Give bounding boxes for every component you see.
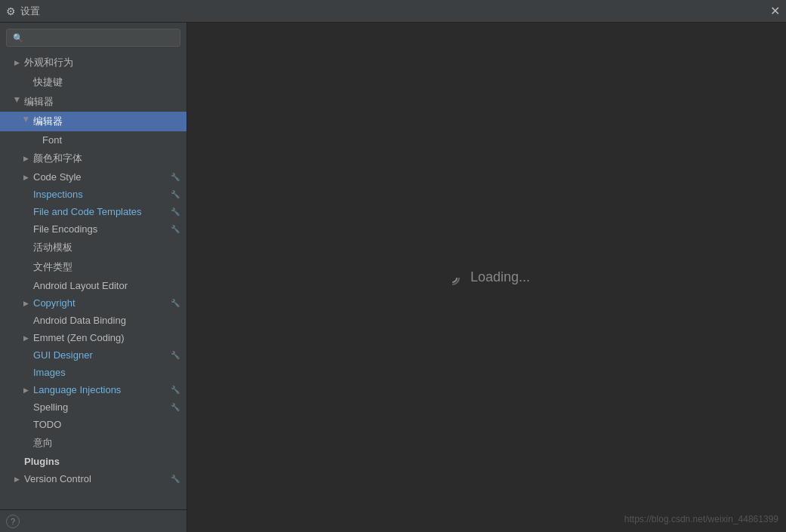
arrow-icon: ▶: [12, 97, 21, 106]
settings-icon: 🔧: [170, 207, 180, 217]
arrow-icon: ▶: [21, 173, 30, 182]
loading-spinner: [443, 269, 461, 287]
settings-icon: 🔧: [170, 189, 180, 200]
sidebar-item-label: Copyright: [33, 297, 170, 309]
title-bar: ⚙ 设置 ✕: [0, 0, 786, 23]
settings-icon: 🔧: [170, 385, 180, 395]
sidebar-item-label: 文件类型: [33, 260, 180, 274]
sidebar: 🔍 ▶ 外观和行为 ▶ 快捷键 ▶ 编辑器 ▶ 编辑器: [0, 23, 187, 532]
loading-text: Loading...: [470, 269, 530, 285]
sidebar-item-file-types[interactable]: ▶ 文件类型: [0, 257, 186, 277]
sidebar-item-images[interactable]: ▶ Images: [0, 364, 186, 381]
sidebar-item-label: 编辑器: [33, 115, 180, 128]
sidebar-item-language-injections[interactable]: ▶ Language Injections 🔧: [0, 381, 186, 398]
sidebar-item-label: Android Data Binding: [33, 315, 180, 326]
spinner-svg: [443, 269, 461, 287]
svg-point-1: [448, 273, 457, 282]
sidebar-item-label: 外观和行为: [24, 56, 180, 69]
sidebar-item-editor-group[interactable]: ▶ 编辑器: [0, 92, 186, 112]
sidebar-item-color-font[interactable]: ▶ 颜色和字体: [0, 149, 186, 168]
sidebar-item-emmet[interactable]: ▶ Emmet (Zen Coding): [0, 329, 186, 346]
sidebar-item-label: GUI Designer: [33, 349, 170, 361]
app-icon: ⚙: [6, 5, 16, 17]
sidebar-item-label: Code Style: [33, 171, 170, 183]
settings-icon: 🔧: [170, 474, 180, 484]
sidebar-item-label: Images: [33, 367, 180, 378]
title-bar-left: ⚙ 设置: [6, 5, 40, 18]
settings-icon: 🔧: [170, 298, 180, 309]
sidebar-item-gui-designer[interactable]: ▶ GUI Designer 🔧: [0, 346, 186, 364]
sidebar-item-label: Version Control: [24, 473, 170, 484]
search-icon: 🔍: [13, 33, 23, 43]
sidebar-item-copyright[interactable]: ▶ Copyright 🔧: [0, 294, 186, 312]
sidebar-item-label: Language Injections: [33, 384, 170, 395]
sidebar-item-appearance[interactable]: ▶ 外观和行为: [0, 53, 186, 72]
loading-container: Loading...: [443, 269, 530, 287]
sidebar-item-inspections[interactable]: ▶ Inspections 🔧: [0, 186, 186, 203]
sidebar-item-spelling[interactable]: ▶ Spelling 🔧: [0, 398, 186, 416]
sidebar-item-label: Emmet (Zen Coding): [33, 332, 180, 343]
sidebar-item-label: Spelling: [33, 401, 170, 413]
sidebar-item-label: Inspections: [33, 189, 170, 200]
sidebar-item-label: Android Layout Editor: [33, 280, 180, 291]
sidebar-item-version-control[interactable]: ▶ Version Control 🔧: [0, 470, 186, 487]
window-title: 设置: [20, 5, 40, 18]
settings-icon: 🔧: [170, 224, 180, 235]
sidebar-item-android-layout[interactable]: ▶ Android Layout Editor: [0, 277, 186, 294]
sidebar-item-todo[interactable]: ▶ TODO: [0, 416, 186, 433]
arrow-icon: ▶: [12, 58, 21, 67]
settings-icon: 🔧: [170, 350, 180, 361]
sidebar-item-intentions[interactable]: ▶ 意向: [0, 433, 186, 453]
sidebar-item-label: 意向: [33, 436, 180, 450]
sidebar-item-label: File Encodings: [33, 223, 170, 235]
close-button[interactable]: ✕: [770, 4, 780, 18]
sidebar-item-label: 编辑器: [24, 95, 180, 109]
sidebar-item-label: Plugins: [24, 456, 180, 467]
settings-icon: 🔧: [170, 172, 180, 183]
arrow-icon: ▶: [21, 117, 30, 126]
sidebar-scroll[interactable]: ▶ 外观和行为 ▶ 快捷键 ▶ 编辑器 ▶ 编辑器 ▶ Font: [0, 53, 186, 509]
sidebar-item-file-code-templates[interactable]: ▶ File and Code Templates 🔧: [0, 203, 186, 220]
arrow-icon: ▶: [21, 386, 30, 395]
sidebar-item-android-data-binding[interactable]: ▶ Android Data Binding: [0, 312, 186, 329]
search-box[interactable]: 🔍: [6, 29, 180, 47]
arrow-icon: ▶: [21, 334, 30, 343]
sidebar-item-font[interactable]: ▶ Font: [0, 131, 186, 149]
help-button[interactable]: ?: [6, 515, 20, 528]
main-layout: 🔍 ▶ 外观和行为 ▶ 快捷键 ▶ 编辑器 ▶ 编辑器: [0, 23, 786, 532]
search-input[interactable]: [26, 32, 174, 43]
settings-icon: 🔧: [170, 402, 180, 413]
arrow-icon: ▶: [21, 299, 30, 308]
sidebar-item-editor[interactable]: ▶ 编辑器: [0, 112, 186, 131]
arrow-icon: ▶: [21, 154, 30, 163]
sidebar-item-label: TODO: [33, 419, 180, 430]
sidebar-item-code-style[interactable]: ▶ Code Style 🔧: [0, 168, 186, 186]
sidebar-item-label: 活动模板: [33, 241, 180, 254]
sidebar-item-shortcuts[interactable]: ▶ 快捷键: [0, 72, 186, 92]
content-area: Loading... https://blog.csdn.net/weixin_…: [187, 23, 786, 532]
sidebar-item-label: File and Code Templates: [33, 206, 170, 217]
arrow-icon: ▶: [12, 475, 21, 484]
sidebar-item-plugins[interactable]: ▶ Plugins: [0, 453, 186, 470]
watermark: https://blog.csdn.net/weixin_44861399: [624, 514, 778, 524]
sidebar-item-live-templates[interactable]: ▶ 活动模板: [0, 238, 186, 257]
sidebar-bottom: ?: [0, 509, 186, 532]
sidebar-item-label: 快捷键: [33, 75, 180, 89]
sidebar-item-label: Font: [42, 134, 180, 146]
sidebar-item-label: 颜色和字体: [33, 152, 180, 165]
sidebar-item-file-encodings[interactable]: ▶ File Encodings 🔧: [0, 220, 186, 238]
